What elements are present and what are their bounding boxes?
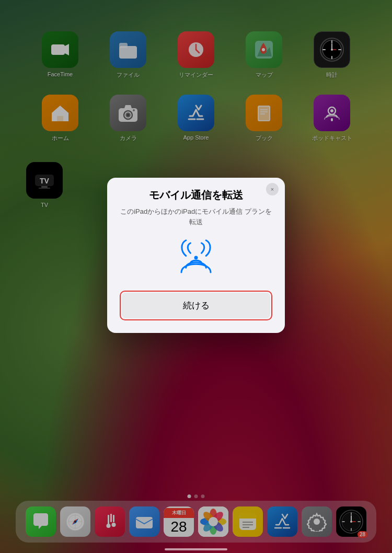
modal-transfer: × モバイル通信を転送 このiPadからほかのiPadにモバイル通信 プランを転… xyxy=(107,178,285,333)
signal-icon xyxy=(172,239,220,276)
modal-close-button[interactable]: × xyxy=(266,183,279,195)
modal-icon-area xyxy=(120,239,272,276)
modal-title: モバイル通信を転送 xyxy=(120,188,272,202)
home-indicator xyxy=(165,548,227,550)
modal-button-wrapper: 続ける xyxy=(120,291,272,320)
svg-point-79 xyxy=(194,256,198,260)
continue-button[interactable]: 続ける xyxy=(122,293,270,318)
modal-subtitle: このiPadからほかのiPadにモバイル通信 プランを転送 xyxy=(120,206,272,227)
